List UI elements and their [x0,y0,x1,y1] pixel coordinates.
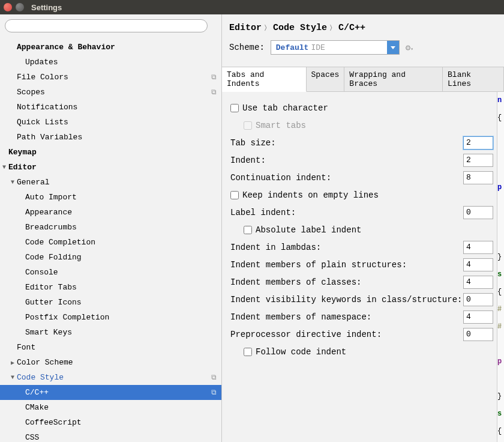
tab-blank-lines[interactable]: Blank Lines [443,67,504,91]
tree-code-folding[interactable]: Code Folding [0,250,221,265]
sidebar: Appearance & Behavior Updates File Color… [0,14,222,442]
smart-tabs-checkbox [244,121,252,130]
use-tab-label: Use tab character [242,103,328,113]
tree-keymap[interactable]: Keymap [0,145,221,160]
tree-file-colors[interactable]: File Colors⧉ [0,70,221,85]
form-panel: Use tab character Smart tabs Tab size: I… [222,92,497,442]
tree-ccpp[interactable]: C/C++⧉ [0,385,221,400]
smart-tabs-label: Smart tabs [256,121,306,130]
plain-input[interactable] [463,258,493,271]
tree-breadcrumbs[interactable]: Breadcrumbs [0,220,221,235]
tree-font[interactable]: Font [0,340,221,355]
pp-label: Preprocessor directive indent: [230,330,463,339]
tree-gutter-icons[interactable]: Gutter Icons [0,295,221,310]
tree-scopes[interactable]: Scopes⧉ [0,85,221,100]
tree-code-completion[interactable]: Code Completion [0,235,221,250]
cont-indent-label: Continuation indent: [230,173,463,183]
settings-tree: Appearance & Behavior Updates File Color… [0,37,221,442]
indent-label: Indent: [230,156,463,165]
titlebar: Settings [0,0,504,14]
follow-checkbox[interactable] [244,348,252,356]
tab-bar: Tabs and Indents Spaces Wrapping and Bra… [222,67,504,92]
classes-input[interactable] [463,276,493,289]
tree-appearance[interactable]: Appearance [0,205,221,220]
tree-console[interactable]: Console [0,265,221,280]
vis-input[interactable] [463,293,493,306]
vis-label: Indent visibility keywords in class/stru… [230,295,463,304]
tab-spaces[interactable]: Spaces [307,67,345,91]
tree-quick-lists[interactable]: Quick Lists [0,115,221,130]
tree-notifications[interactable]: Notifications [0,100,221,115]
copy-icon: ⧉ [211,73,217,82]
tree-editor-tabs[interactable]: Editor Tabs [0,280,221,295]
tree-editor[interactable]: ▼Editor [0,160,221,175]
lambdas-input[interactable] [463,241,493,254]
tab-tabs-indents[interactable]: Tabs and Indents [222,67,307,92]
keep-empty-label: Keep indents on empty lines [242,190,379,200]
lambdas-label: Indent in lambdas: [230,243,463,252]
chevron-down-icon [387,41,399,54]
tree-coffeescript[interactable]: CoffeeScript [0,415,221,430]
keep-empty-checkbox[interactable] [230,191,239,199]
tree-color-scheme[interactable]: ▶Color Scheme [0,355,221,370]
plain-label: Indent members of plain structures: [230,260,463,270]
close-icon[interactable] [4,3,12,11]
scheme-label: Scheme: [229,43,265,52]
tree-cmake[interactable]: CMake [0,400,221,415]
tree-path-variables[interactable]: Path Variables [0,130,221,145]
tree-auto-import[interactable]: Auto Import [0,190,221,205]
cont-indent-input[interactable] [463,171,493,184]
copy-icon: ⧉ [211,389,217,397]
search-input[interactable] [5,19,208,32]
chevron-down-icon: ▼ [8,179,17,186]
tree-css[interactable]: CSS [0,430,221,442]
code-preview: n { p } s { # # p } s { p [497,92,504,442]
tree-smart-keys[interactable]: Smart Keys [0,325,221,340]
tree-general[interactable]: ▼General [0,175,221,190]
label-indent-input[interactable] [463,206,493,219]
tree-code-style[interactable]: ▼Code Style⧉ [0,370,221,385]
label-indent-label: Label indent: [230,208,463,217]
ns-label: Indent members of namespace: [230,312,463,322]
abs-label-label: Absolute label indent [256,225,361,235]
chevron-down-icon: ▼ [8,374,17,381]
pp-input[interactable] [463,328,493,341]
classes-label: Indent members of classes: [230,277,463,287]
copy-icon: ⧉ [211,88,217,97]
tab-size-label: Tab size: [230,138,463,148]
follow-label: Follow code indent [256,347,346,357]
ns-input[interactable] [463,310,493,324]
tree-postfix-completion[interactable]: Postfix Completion [0,310,221,325]
tree-updates[interactable]: Updates [0,55,221,70]
tree-appearance-behavior[interactable]: Appearance & Behavior [0,40,221,55]
chevron-right-icon: ▶ [8,359,17,366]
copy-icon: ⧉ [211,374,217,382]
tab-wrapping[interactable]: Wrapping and Braces [344,67,443,91]
minimize-icon[interactable] [16,3,24,11]
tab-size-input[interactable] [463,136,493,150]
content-panel: Editor〉Code Style〉C/C++ Scheme: DefaultI… [222,14,504,442]
gear-icon[interactable]: ⚙▾ [406,43,413,53]
window-title: Settings [31,3,62,12]
use-tab-checkbox[interactable] [230,104,239,112]
abs-label-checkbox[interactable] [244,226,252,234]
scheme-select[interactable]: DefaultIDE [271,40,400,55]
indent-input[interactable] [463,154,493,167]
chevron-down-icon: ▼ [0,164,8,171]
breadcrumb: Editor〉Code Style〉C/C++ [222,14,504,38]
